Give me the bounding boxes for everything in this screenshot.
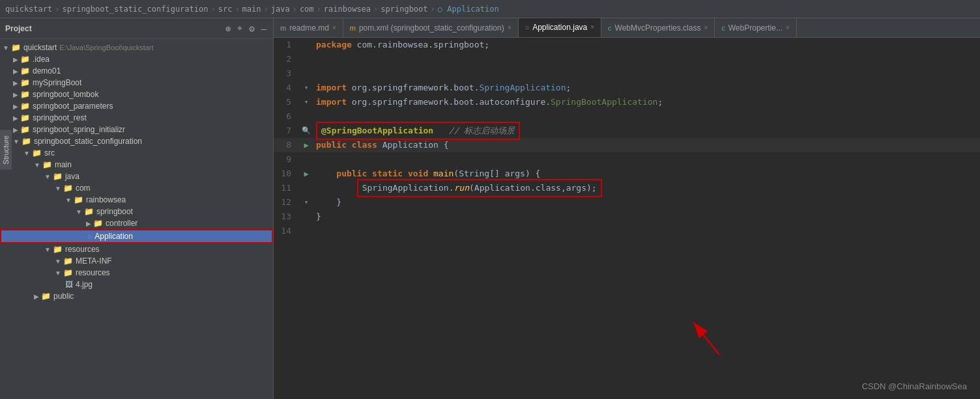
tree-item-java[interactable]: ▼ 📁 java [0,171,273,182]
tree-item-4jpg[interactable]: 🖼 4.jpg [0,279,273,290]
tree-item-resources[interactable]: ▼ 📁 resources [0,243,273,255]
tree-item-lombok[interactable]: ▶ 📁 springboot_lombok [0,89,273,100]
code-editor: 1 package com.rainbowsea.springboot; 2 3 [274,38,980,399]
code-line-4: 4 ▾ import org.springframework.boot.Spri… [274,81,980,95]
tree-item-quickstart[interactable]: ▼ 📁 quickstart E:\Java\SpringBoot\quicks… [0,42,273,53]
breadcrumb-springboot[interactable]: springboot [381,5,427,14]
sidebar-title: Project [5,24,32,33]
breadcrumb-com[interactable]: com [300,5,314,14]
folder-icon-java: 📁 [53,172,63,181]
breadcrumb-src[interactable]: src [218,5,233,14]
application-label: Application [94,232,133,241]
run-icon-8[interactable]: ▶ [304,138,308,152]
code-line-2: 2 [274,52,980,66]
sidebar: Project ⊕ ⌖ ⚙ — ▼ 📁 quickstart E:\Java\S… [0,18,274,399]
folder-icon-lombok: 📁 [20,90,30,99]
tab-pom[interactable]: m pom.xml (springboot_static_configurati… [343,18,519,37]
breadcrumb-quickstart[interactable]: quickstart [5,5,52,14]
breadcrumb-java[interactable]: java [271,5,290,14]
sidebar-tree: ▼ 📁 quickstart E:\Java\SpringBoot\quicks… [0,39,273,399]
folder-icon-resources2: 📁 [63,268,73,277]
tab-web-icon: c [721,24,725,32]
folder-icon-demo01: 📁 [20,66,30,76]
folder-icon-rest: 📁 [20,113,30,122]
tab-pom-icon: m [350,24,356,32]
tab-readme-label: readme.md [289,23,329,33]
tab-app-close[interactable]: × [590,23,594,31]
folder-icon-resources: 📁 [53,245,63,254]
tree-item-src[interactable]: ▼ 📁 src [0,147,273,159]
code-line-12: 12 ▾ } [274,195,980,210]
tree-item-rainbowsea[interactable]: ▼ 📁 rainbowsea [0,194,273,206]
scroll-to-icon[interactable]: ⌖ [236,21,244,35]
tree-item-application[interactable]: ○ Application [0,229,273,243]
folder-icon-public: 📁 [41,292,51,301]
folder-icon-springboot: 📁 [84,207,94,216]
tree-item-rest[interactable]: ▶ 📁 springboot_rest [0,112,273,124]
tab-readme-close[interactable]: × [332,24,336,31]
tabs-bar: m readme.md × m pom.xml (springboot_stat… [274,18,980,38]
tab-app-label: Application.java [532,23,587,32]
folder-icon-initializr: 📁 [20,125,30,134]
tab-web-label: WebPropertie... [728,23,783,33]
main-layout: Structure Project ⊕ ⌖ ⚙ — ▼ 📁 quickstart… [0,18,980,399]
code-line-3: 3 [274,66,980,81]
tree-item-resources2[interactable]: ▼ 📁 resources [0,267,273,279]
folder-icon-meta-inf: 📁 [63,256,73,266]
folder-icon-rainbowsea: 📁 [74,195,83,204]
tab-pom-close[interactable]: × [508,24,512,31]
tree-item-idea[interactable]: ▶ 📁 .idea [0,53,273,65]
tree-item-static-config[interactable]: ▼ 📁 springboot_static_configuration [0,135,273,147]
code-line-8: 8 ▶ public class Application { [274,138,980,152]
breadcrumb-springboot-static[interactable]: springboot_static_configuration [62,5,208,14]
tab-readme-icon: m [280,24,286,32]
folder-icon-controller: 📁 [93,219,103,228]
tree-item-com[interactable]: ▼ 📁 com [0,182,273,194]
folder-icon-static: 📁 [22,137,31,146]
tab-webmvc-close[interactable]: × [704,24,708,31]
tab-readme[interactable]: m readme.md × [274,18,343,37]
tree-item-myspringboot[interactable]: ▶ 📁 mySpringBoot [0,77,273,89]
add-icon[interactable]: ⊕ [224,22,232,35]
tree-item-meta-inf[interactable]: ▼ 📁 META-INF [0,255,273,267]
file-icon-jpg: 🖼 [65,280,73,289]
code-line-9: 9 [274,152,980,167]
fold-icon-12[interactable]: ▾ [304,195,309,210]
tab-web-close[interactable]: × [786,24,790,31]
tab-app-icon: ○ [525,23,530,31]
file-icon-application: ○ [87,232,92,241]
tree-item-demo01[interactable]: ▶ 📁 demo01 [0,65,273,77]
run-icon-10[interactable]: ▶ [304,167,308,181]
tree-item-public[interactable]: ▶ 📁 public [0,290,273,302]
tab-pom-label: pom.xml (springboot_static_configuration… [359,23,504,33]
tree-item-springboot[interactable]: ▼ 📁 springboot [0,206,273,217]
code-line-13: 13 } [274,210,980,224]
code-lines-container: 1 package com.rainbowsea.springboot; 2 3 [274,38,980,399]
close-sidebar-icon[interactable]: — [260,22,268,35]
tree-item-parameters[interactable]: ▶ 📁 springboot_parameters [0,100,273,112]
code-line-7: 7 🔍 @SpringBootApplication // 标志启动场景 [274,124,980,138]
tab-webproperties[interactable]: c WebPropertie... × [715,18,797,37]
folder-icon-main: 📁 [42,160,52,169]
code-line-14: 14 [274,224,980,238]
tab-application-java[interactable]: ○ Application.java × [519,18,602,37]
sidebar-header: Project ⊕ ⌖ ⚙ — [0,18,273,39]
fold-icon-5[interactable]: ▾ [304,95,309,109]
search-icon-7[interactable]: 🔍 [302,124,311,138]
folder-icon-myspringboot: 📁 [20,78,30,87]
folder-icon-idea: 📁 [20,55,30,64]
breadcrumb-rainbowsea[interactable]: rainbowsea [324,5,371,14]
folder-icon-com: 📁 [63,184,73,193]
tree-item-initializr[interactable]: ▶ 📁 springboot_spring_initializr [0,124,273,135]
breadcrumb-application[interactable]: ○ Application [438,5,499,14]
tree-item-main[interactable]: ▼ 📁 main [0,159,273,171]
code-line-11: 11 SpringApplication.run(Application.cla… [274,181,980,195]
tab-webmvcproperties[interactable]: c WebMvcProperties.class × [601,18,715,37]
tree-item-controller[interactable]: ▶ 📁 controller [0,217,273,229]
fold-icon-4[interactable]: ▾ [304,81,309,95]
structure-tab[interactable]: Structure [0,130,12,170]
sidebar-icons: ⊕ ⌖ ⚙ — [224,21,268,35]
folder-icon: 📁 [11,43,21,52]
settings-icon[interactable]: ⚙ [248,22,255,35]
breadcrumb-main[interactable]: main [242,5,261,14]
